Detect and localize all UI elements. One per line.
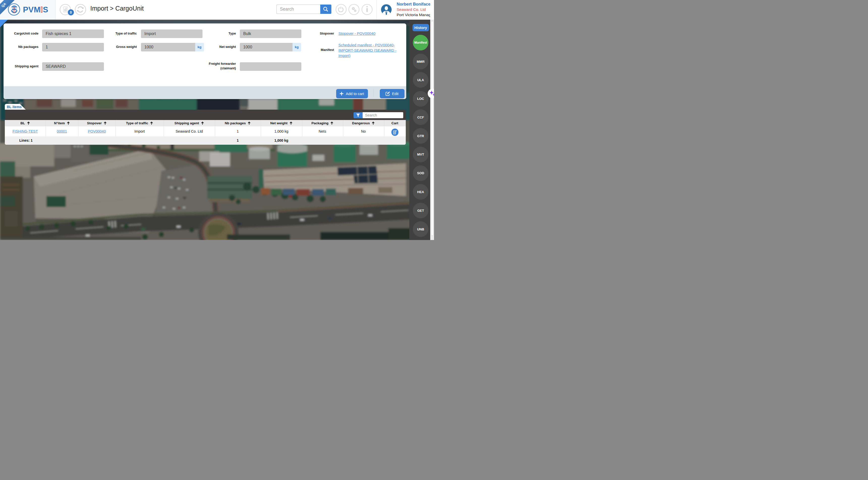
svg-text:BL items: BL items	[7, 105, 22, 109]
